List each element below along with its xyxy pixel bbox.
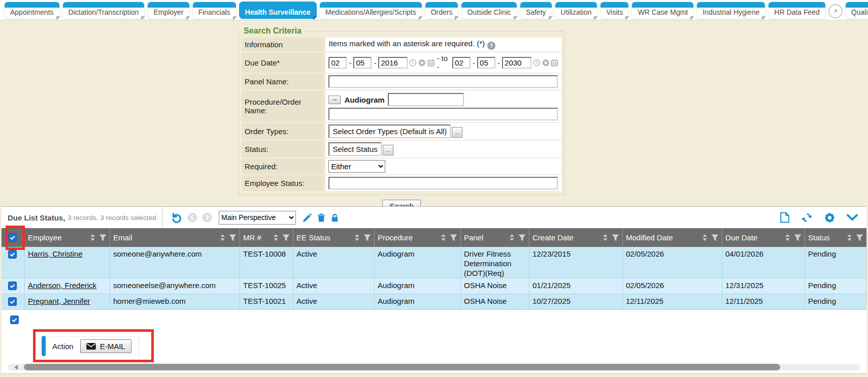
sort-icon[interactable]	[220, 234, 225, 241]
column-header-create-date[interactable]: Create Date	[529, 228, 623, 247]
order-types-picker-button[interactable]: ...	[452, 127, 462, 138]
due-from-month-input[interactable]	[328, 57, 347, 69]
filter-icon[interactable]	[99, 234, 107, 241]
filter-icon[interactable]	[711, 234, 719, 241]
procedure-name-input[interactable]	[328, 108, 558, 120]
sort-icon[interactable]	[702, 234, 708, 241]
reset-icon[interactable]	[170, 211, 183, 224]
tab-visits[interactable]: Visits	[600, 2, 629, 19]
column-header-mr[interactable]: MR #	[240, 228, 293, 247]
clock-icon[interactable]	[533, 58, 541, 67]
tab-financials[interactable]: Financials	[192, 2, 237, 19]
tab-orders[interactable]: Orders	[425, 2, 459, 19]
column-header-due-date[interactable]: Due Date	[722, 228, 805, 247]
required-select[interactable]: Either	[328, 160, 385, 173]
calendar-icon[interactable]	[551, 58, 558, 67]
status-value[interactable]: Select Status	[328, 142, 381, 156]
employee-link[interactable]: Harris, Christine	[28, 249, 83, 259]
tab-wr-case-mgmt[interactable]: WR Case Mgmt	[631, 2, 694, 19]
sort-icon[interactable]	[603, 234, 608, 241]
tab-overflow-button[interactable]	[828, 4, 843, 18]
calendar-icon[interactable]	[427, 58, 435, 67]
tab-industrial-hygiene[interactable]: Industrial Hygiene	[696, 2, 765, 19]
tab-employer[interactable]: Employer	[147, 2, 189, 19]
tab-appointments[interactable]: Appointments	[4, 2, 60, 19]
order-types-value[interactable]: Select Order Types (Default is All)	[328, 124, 451, 138]
footer-select-all-checkbox[interactable]	[10, 316, 19, 324]
sort-icon[interactable]	[273, 234, 279, 241]
column-header-status[interactable]: Status	[805, 228, 866, 247]
employee-link[interactable]: Pregnant, Jennifer	[28, 297, 90, 306]
sort-icon[interactable]	[90, 234, 95, 241]
procedure-row: Procedure/Order Name: – Audiogram	[242, 90, 561, 122]
column-header-procedure[interactable]: Procedure	[375, 228, 461, 247]
tab-safety[interactable]: Safety	[520, 2, 552, 19]
prev-page-icon[interactable]	[187, 212, 197, 223]
due-to-day-input[interactable]	[477, 57, 495, 69]
filter-icon[interactable]	[229, 234, 237, 241]
clear-date-icon[interactable]	[542, 58, 550, 67]
due-date-row: Due Date* - - - to -	[242, 52, 561, 73]
filter-icon[interactable]	[856, 234, 863, 241]
panel-name-input[interactable]	[328, 75, 558, 88]
edit-perspective-icon[interactable]	[303, 213, 312, 223]
column-header-ee-status[interactable]: EE Status	[293, 228, 375, 247]
help-icon[interactable]: ?	[487, 42, 495, 50]
grid-header-row: Employee Email MR # EE Status Procedure …	[2, 228, 866, 247]
due-list-grid: Due List Status, 3 records, 3 records se…	[2, 206, 866, 374]
employee-link[interactable]: Anderson, Frederick	[28, 281, 96, 291]
next-page-icon[interactable]	[202, 212, 212, 223]
sort-icon[interactable]	[509, 234, 515, 241]
sort-icon[interactable]	[441, 234, 446, 241]
collapse-grid-icon[interactable]	[846, 214, 858, 221]
refresh-icon[interactable]	[800, 212, 813, 224]
tab-outside-clinic[interactable]: Outside Clinic	[461, 2, 517, 19]
tab-utilization[interactable]: Utilization	[555, 2, 598, 19]
scrollbar-thumb[interactable]	[24, 364, 780, 370]
column-header-panel[interactable]: Panel	[461, 228, 529, 247]
filter-icon[interactable]	[518, 234, 526, 241]
tab-quality-of[interactable]: Quality of	[845, 2, 868, 19]
due-from-year-input[interactable]	[378, 57, 408, 69]
column-header-modified-date[interactable]: Modified Date	[623, 228, 722, 247]
row-checkbox[interactable]	[8, 250, 17, 259]
collapse-procedure-button[interactable]: –	[328, 96, 341, 104]
filter-icon[interactable]	[612, 234, 619, 241]
lock-perspective-icon[interactable]	[330, 213, 339, 223]
procedure-quick-input[interactable]	[388, 93, 464, 106]
arrow-up-right-icon	[831, 7, 840, 16]
sort-icon[interactable]	[354, 234, 360, 241]
employee-status-input[interactable]	[328, 177, 558, 190]
tab-medications-allergies-scripts[interactable]: Medications/Allergies/Scripts	[319, 2, 422, 19]
email-button[interactable]: E-MAIL	[80, 339, 131, 353]
due-to-year-input[interactable]	[502, 57, 531, 69]
tab-health-surveillance[interactable]: Health Surveillance	[239, 2, 317, 19]
column-header-employee[interactable]: Employee	[25, 228, 110, 247]
due-from-day-input[interactable]	[353, 57, 372, 69]
email-cell: horner@mieweb.com	[113, 297, 186, 306]
tab-hr-data-feed[interactable]: HR Data Feed	[768, 2, 825, 19]
row-checkbox[interactable]	[8, 297, 17, 306]
clock-icon[interactable]	[409, 58, 417, 67]
row-checkbox[interactable]	[8, 281, 17, 290]
filter-icon[interactable]	[363, 234, 371, 241]
perspective-select[interactable]: Main Perspective	[219, 211, 296, 225]
status-picker-button[interactable]: ...	[383, 145, 393, 155]
clear-date-icon[interactable]	[418, 58, 426, 67]
column-header-email[interactable]: Email	[110, 228, 240, 247]
filter-icon[interactable]	[282, 234, 290, 241]
filter-icon[interactable]	[450, 234, 457, 241]
sort-icon[interactable]	[847, 234, 852, 241]
email-cell: someone@anywhere.com	[113, 249, 202, 259]
tab-dictation-transcription[interactable]: Dictation/Transcription	[62, 2, 145, 19]
horizontal-scrollbar[interactable]	[8, 364, 860, 370]
sort-icon[interactable]	[785, 234, 790, 241]
gear-icon[interactable]	[824, 212, 836, 224]
scroll-left-arrow-icon[interactable]	[14, 365, 18, 370]
delete-perspective-icon[interactable]	[317, 213, 326, 223]
email-cell: someoneelse@anywhere.com	[113, 281, 216, 291]
status-label: Status:	[242, 141, 324, 158]
due-to-month-input[interactable]	[452, 57, 471, 69]
new-document-icon[interactable]	[780, 211, 790, 224]
filter-icon[interactable]	[794, 234, 802, 241]
